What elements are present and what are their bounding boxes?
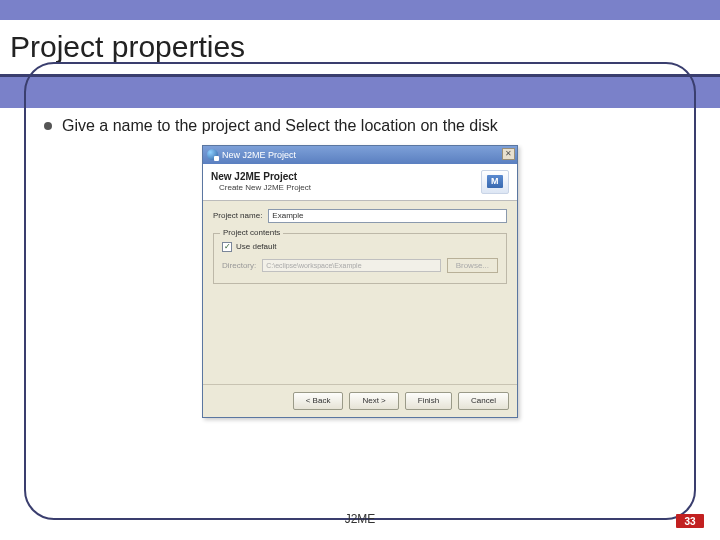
next-button[interactable]: Next > (349, 392, 398, 410)
eclipse-app-icon (207, 149, 218, 160)
directory-label: Directory: (222, 261, 256, 270)
back-label: < Back (306, 396, 331, 405)
cancel-label: Cancel (471, 396, 496, 405)
browse-button: Browse... (447, 258, 498, 273)
dialog-header: New J2ME Project Create New J2ME Project (203, 164, 517, 201)
close-button[interactable]: ✕ (502, 148, 515, 160)
bullet-dot-icon (44, 122, 52, 130)
cancel-button[interactable]: Cancel (458, 392, 509, 410)
next-label: Next > (362, 396, 385, 405)
directory-input (262, 259, 440, 272)
slide-content: Give a name to the project and Select th… (44, 116, 676, 498)
use-default-checkbox[interactable]: ✓ (222, 242, 232, 252)
page-number-badge: 33 (676, 514, 704, 528)
j2me-wizard-icon (481, 170, 509, 194)
project-name-row: Project name: (213, 209, 507, 223)
back-button[interactable]: < Back (293, 392, 344, 410)
checkmark-icon: ✓ (224, 243, 231, 251)
dialog-header-title: New J2ME Project (211, 171, 311, 182)
group-legend: Project contents (220, 228, 283, 237)
project-contents-group: Project contents ✓ Use default Directory… (213, 233, 507, 284)
dialog-window-title: New J2ME Project (222, 150, 296, 160)
use-default-label: Use default (236, 242, 276, 251)
browse-label: Browse... (456, 261, 489, 270)
bullet-text: Give a name to the project and Select th… (62, 116, 498, 137)
top-accent-band (0, 0, 720, 20)
dialog-header-subtitle: Create New J2ME Project (211, 183, 311, 192)
finish-button[interactable]: Finish (405, 392, 452, 410)
finish-label: Finish (418, 396, 439, 405)
dialog-titlebar[interactable]: New J2ME Project ✕ (203, 146, 517, 164)
wizard-dialog: New J2ME Project ✕ New J2ME Project Crea… (202, 145, 518, 418)
slide-footer: J2ME (0, 512, 720, 526)
dialog-body: Project name: Project contents ✓ Use def… (203, 201, 517, 294)
close-icon: ✕ (505, 149, 512, 158)
project-name-label: Project name: (213, 211, 262, 220)
project-name-input[interactable] (268, 209, 507, 223)
use-default-row: ✓ Use default (222, 242, 498, 252)
dialog-button-bar: < Back Next > Finish Cancel (203, 385, 517, 417)
directory-row: Directory: Browse... (222, 258, 498, 273)
bullet-item: Give a name to the project and Select th… (44, 116, 676, 137)
slide-title: Project properties (10, 30, 245, 64)
dialog-header-text: New J2ME Project Create New J2ME Project (211, 171, 311, 192)
